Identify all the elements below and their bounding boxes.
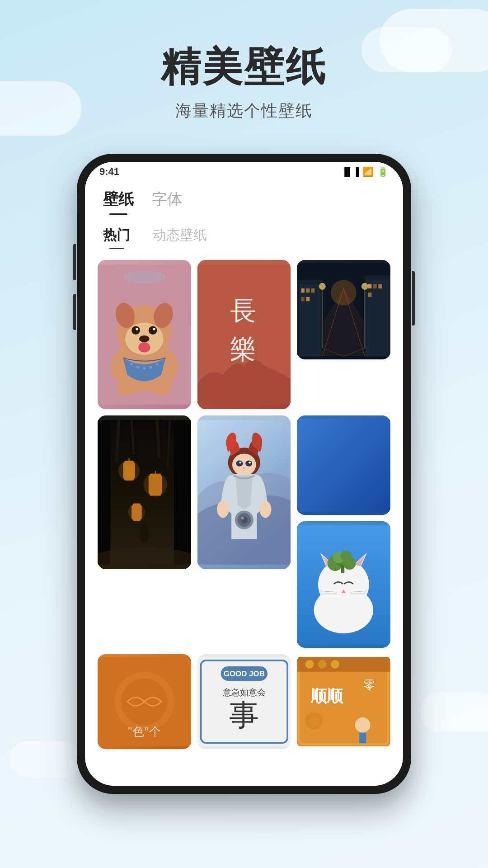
svg-point-59 xyxy=(118,460,140,481)
svg-text:長: 長 xyxy=(230,296,258,326)
wallpaper-cat[interactable] xyxy=(297,521,390,648)
svg-line-51 xyxy=(117,420,119,462)
battery-icon: 🔋 xyxy=(377,166,389,177)
svg-rect-40 xyxy=(368,292,372,297)
svg-rect-31 xyxy=(306,288,310,292)
phone-mockup: 9:41 ▐▌▐ 📶 🔋 壁纸 字体 热门 xyxy=(77,154,411,794)
app-navigation: 壁纸 字体 xyxy=(85,182,403,215)
svg-point-120 xyxy=(318,660,327,669)
cat-illustration xyxy=(297,521,390,648)
svg-rect-39 xyxy=(379,284,382,288)
wallpaper-spiral[interactable]: "色"个 xyxy=(98,654,191,749)
svg-point-8 xyxy=(149,326,157,335)
status-icons: ▐▌▐ 📶 🔋 xyxy=(342,166,389,177)
wallpaper-goodjob[interactable]: GOOD JOB 意急如意会 事 xyxy=(197,654,291,749)
wallpaper-dog[interactable] xyxy=(98,260,191,409)
svg-point-78 xyxy=(249,462,251,464)
svg-text:樂: 樂 xyxy=(230,335,258,364)
svg-point-18 xyxy=(117,380,138,396)
wallpaper-anime-warrior[interactable] xyxy=(197,415,291,569)
svg-rect-34 xyxy=(306,297,310,301)
svg-point-74 xyxy=(232,454,256,476)
power-button xyxy=(412,271,415,326)
svg-rect-50 xyxy=(174,420,191,564)
wifi-icon: 📶 xyxy=(362,166,374,177)
svg-rect-125 xyxy=(359,733,366,743)
subtab-hot[interactable]: 热门 xyxy=(103,226,130,249)
subtab-dynamic[interactable]: 动态壁纸 xyxy=(153,226,207,249)
svg-point-69 xyxy=(98,547,191,569)
dark-forest-illustration xyxy=(98,415,191,569)
svg-point-124 xyxy=(355,717,371,733)
volume-up-button xyxy=(73,244,76,280)
tab-font[interactable]: 字体 xyxy=(152,189,183,215)
svg-point-7 xyxy=(131,326,140,335)
tab-wallpaper[interactable]: 壁纸 xyxy=(103,189,134,215)
dog-illustration xyxy=(98,260,191,409)
svg-text:GOOD JOB: GOOD JOB xyxy=(223,670,264,678)
svg-line-53 xyxy=(157,420,160,458)
svg-point-11 xyxy=(139,335,150,342)
signal-icon: ▐▌▐ xyxy=(342,167,359,177)
svg-point-1 xyxy=(123,271,165,283)
svg-point-15 xyxy=(143,367,146,369)
svg-text:零: 零 xyxy=(363,679,375,692)
svg-rect-30 xyxy=(301,288,305,292)
svg-rect-105 xyxy=(341,566,345,573)
svg-rect-38 xyxy=(373,284,377,288)
street-night-illustration xyxy=(297,260,390,359)
svg-point-9 xyxy=(136,328,139,330)
volume-down-button xyxy=(73,294,76,330)
svg-rect-33 xyxy=(301,297,305,301)
svg-point-42 xyxy=(319,283,326,290)
svg-point-83 xyxy=(217,501,229,518)
cloud-decoration-4 xyxy=(420,692,488,732)
svg-point-13 xyxy=(130,363,133,366)
wallpaper-chinese-longle[interactable]: 長 樂 xyxy=(197,260,291,409)
svg-rect-86 xyxy=(297,419,390,512)
svg-point-76 xyxy=(245,461,252,467)
svg-point-121 xyxy=(331,660,339,669)
svg-rect-29 xyxy=(299,284,320,357)
wallpaper-chinese2[interactable]: 顺顺 零 xyxy=(297,654,390,749)
sub-navigation: 热门 动态壁纸 xyxy=(85,215,403,253)
svg-point-75 xyxy=(236,461,243,467)
wallpaper-street-night[interactable] xyxy=(297,260,390,359)
svg-rect-37 xyxy=(368,284,372,288)
svg-point-12 xyxy=(138,342,150,353)
svg-text:"色"个: "色"个 xyxy=(128,725,161,738)
svg-point-71 xyxy=(141,522,148,529)
goodjob-illustration: GOOD JOB 意急如意会 事 xyxy=(197,654,291,749)
svg-text:顺顺: 顺顺 xyxy=(310,687,343,705)
svg-point-27 xyxy=(331,280,356,305)
svg-point-70 xyxy=(139,527,150,542)
wallpaper-grid: 長 樂 xyxy=(85,253,403,756)
svg-point-104 xyxy=(341,551,352,561)
spiral-illustration: "色"个 xyxy=(98,654,191,749)
status-time: 9:41 xyxy=(99,166,119,178)
svg-text:事: 事 xyxy=(229,698,259,731)
svg-point-84 xyxy=(259,501,271,518)
app-subtitle: 海量精选个性壁纸 xyxy=(0,100,488,122)
svg-rect-36 xyxy=(366,280,389,356)
phone-screen: 9:41 ▐▌▐ 📶 🔋 壁纸 字体 热门 xyxy=(85,162,403,786)
wallpaper-dark-forest[interactable] xyxy=(98,415,191,569)
header: 精美壁纸 海量精选个性壁纸 xyxy=(0,0,488,122)
phone-frame: 9:41 ▐▌▐ 📶 🔋 壁纸 字体 热门 xyxy=(77,154,411,794)
svg-point-17 xyxy=(156,363,159,366)
svg-point-44 xyxy=(361,283,368,290)
chinese-longle-illustration: 長 樂 xyxy=(197,260,291,409)
svg-text:意急如意会: 意急如意会 xyxy=(222,688,265,697)
svg-point-19 xyxy=(150,380,172,396)
chinese2-illustration: 顺顺 零 xyxy=(297,654,390,749)
svg-point-77 xyxy=(239,462,241,464)
wallpaper-blue-solid[interactable] xyxy=(297,415,390,515)
svg-point-16 xyxy=(150,366,152,369)
svg-point-68 xyxy=(128,504,145,521)
svg-point-82 xyxy=(241,517,244,519)
svg-rect-32 xyxy=(311,288,315,292)
app-title: 精美壁纸 xyxy=(0,45,488,89)
svg-point-119 xyxy=(305,660,314,669)
svg-point-127 xyxy=(308,715,320,726)
svg-point-10 xyxy=(153,328,155,330)
